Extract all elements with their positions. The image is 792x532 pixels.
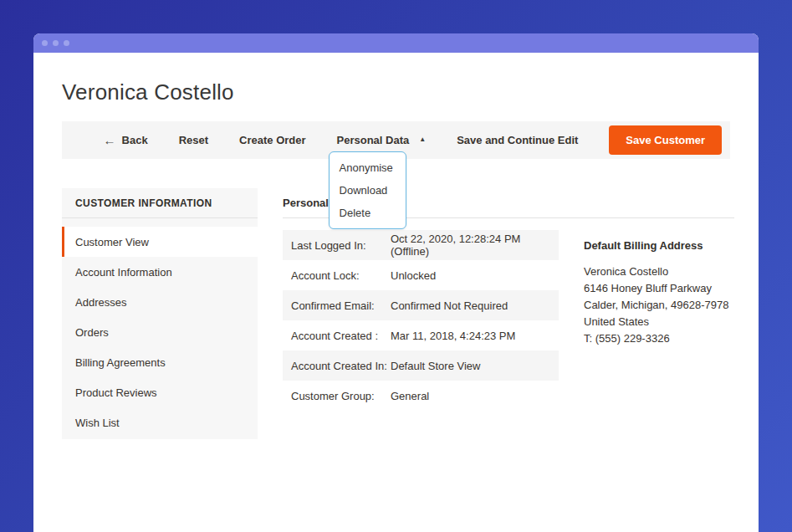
save-customer-button[interactable]: Save Customer bbox=[609, 125, 722, 155]
table-row: Confirmed Email: Confirmed Not Required bbox=[283, 290, 559, 320]
row-value: General bbox=[391, 390, 559, 402]
dropdown-item-download[interactable]: Download bbox=[330, 179, 406, 202]
app-window: Veronica Costello ← Back Reset Create Or… bbox=[33, 33, 759, 532]
back-button-label: Back bbox=[122, 134, 148, 146]
back-button[interactable]: ← Back bbox=[104, 133, 148, 147]
row-value: Unlocked bbox=[391, 269, 559, 282]
save-and-continue-label: Save and Continue Edit bbox=[457, 134, 578, 146]
reset-button[interactable]: Reset bbox=[179, 134, 208, 146]
back-arrow-icon: ← bbox=[104, 133, 116, 147]
window-titlebar bbox=[33, 33, 759, 53]
sidebar-nav: Customer View Account Information Addres… bbox=[62, 218, 258, 437]
row-label: Last Logged In: bbox=[283, 239, 391, 252]
sidebar-item-orders[interactable]: Orders bbox=[62, 317, 258, 347]
row-label: Confirmed Email: bbox=[283, 299, 391, 312]
customer-information-sidebar: CUSTOMER INFORMATION Customer View Accou… bbox=[62, 188, 258, 439]
window-control-dot-3[interactable] bbox=[64, 40, 69, 46]
personal-data-menu: Personal Data ▲ Anonymise Download Delet… bbox=[337, 134, 427, 146]
sidebar-item-product-reviews[interactable]: Product Reviews bbox=[62, 377, 258, 407]
table-row: Customer Group: General bbox=[283, 381, 559, 411]
row-value: Default Store View bbox=[391, 360, 559, 372]
sidebar-header: CUSTOMER INFORMATION bbox=[62, 188, 258, 218]
row-value: Confirmed Not Required bbox=[391, 299, 559, 312]
personal-data-dropdown: Anonymise Download Delete bbox=[329, 151, 406, 229]
personal-data-button-label: Personal Data bbox=[337, 134, 410, 146]
table-row: Account Lock: Unlocked bbox=[283, 260, 559, 290]
row-label: Account Created In: bbox=[283, 360, 391, 372]
billing-address-line: United States bbox=[584, 314, 734, 330]
default-billing-address: Default Billing Address Veronica Costell… bbox=[584, 239, 734, 411]
create-order-button[interactable]: Create Order bbox=[239, 134, 305, 146]
billing-address-heading: Default Billing Address bbox=[584, 239, 734, 252]
sidebar-item-billing-agreements[interactable]: Billing Agreements bbox=[62, 347, 258, 377]
sidebar-item-addresses[interactable]: Addresses bbox=[62, 287, 258, 317]
sidebar-item-wish-list[interactable]: Wish List bbox=[62, 407, 258, 437]
page-content: Veronica Costello ← Back Reset Create Or… bbox=[33, 79, 759, 439]
sidebar-item-account-information[interactable]: Account Information bbox=[62, 257, 258, 287]
table-row: Last Logged In: Oct 22, 2020, 12:28:24 P… bbox=[283, 230, 559, 260]
personal-data-button[interactable]: Personal Data ▲ bbox=[337, 134, 427, 146]
billing-address-line: 6146 Honey Bluff Parkway bbox=[584, 280, 734, 297]
window-control-dot-2[interactable] bbox=[53, 40, 59, 46]
reset-button-label: Reset bbox=[179, 134, 208, 146]
billing-address-line: Veronica Costello bbox=[584, 263, 734, 280]
save-and-continue-button[interactable]: Save and Continue Edit bbox=[457, 134, 578, 146]
caret-up-icon: ▲ bbox=[419, 136, 426, 143]
row-value: Mar 11, 2018, 4:24:23 PM bbox=[391, 330, 559, 342]
row-label: Customer Group: bbox=[283, 390, 391, 402]
dropdown-item-anonymise[interactable]: Anonymise bbox=[330, 156, 406, 179]
table-row: Account Created : Mar 11, 2018, 4:24:23 … bbox=[283, 320, 559, 350]
create-order-button-label: Create Order bbox=[239, 134, 305, 146]
toolbar: ← Back Reset Create Order Personal Data … bbox=[62, 121, 730, 159]
row-value: Oct 22, 2020, 12:28:24 PM (Offline) bbox=[391, 233, 559, 258]
table-row: Account Created In: Default Store View bbox=[283, 350, 559, 381]
billing-address-line: Calder, Michigan, 49628-7978 bbox=[584, 297, 734, 314]
dropdown-item-delete[interactable]: Delete bbox=[330, 202, 406, 224]
billing-address-line: T: (555) 229-3326 bbox=[584, 330, 734, 347]
row-label: Account Created : bbox=[283, 330, 391, 342]
sidebar-item-customer-view[interactable]: Customer View bbox=[62, 227, 258, 257]
personal-info-table: Last Logged In: Oct 22, 2020, 12:28:24 P… bbox=[283, 230, 559, 411]
window-control-dot-1[interactable] bbox=[42, 40, 48, 46]
section-body: Last Logged In: Oct 22, 2020, 12:28:24 P… bbox=[283, 230, 734, 411]
page-title: Veronica Costello bbox=[62, 79, 730, 105]
row-label: Account Lock: bbox=[283, 269, 391, 282]
